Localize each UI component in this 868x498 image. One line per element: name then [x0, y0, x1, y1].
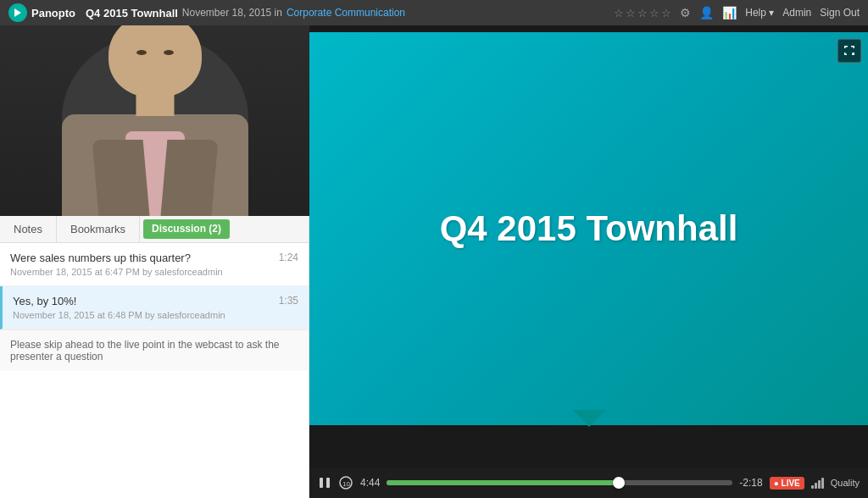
settings-icon[interactable]: ⚙	[680, 6, 691, 19]
fullscreen-button[interactable]	[837, 39, 861, 63]
main-layout: Notes Bookmarks Discussion (2) Were sale…	[0, 25, 868, 498]
left-panel: Notes Bookmarks Discussion (2) Were sale…	[0, 25, 309, 498]
time-remaining: -2:18	[739, 477, 762, 489]
rewind-button[interactable]: 10	[338, 475, 353, 490]
progress-fill	[387, 480, 618, 485]
webcam-video	[0, 25, 309, 216]
fullscreen-icon	[843, 45, 855, 57]
logo-text: Panopto	[31, 7, 75, 19]
svg-rect-2	[326, 478, 330, 488]
discussion-item[interactable]: Yes, by 10%! 1:35 November 18, 2015 at 6…	[0, 286, 309, 329]
discussion-item[interactable]: Were sales numbers up this quarter? 1:24…	[0, 243, 309, 286]
slide-title: Q4 2015 Townhall	[440, 208, 738, 249]
panopto-logo-icon	[8, 3, 27, 22]
rewind-icon: 10	[338, 475, 353, 490]
item-meta: November 18, 2015 at 6:47 PM by salesfor…	[10, 267, 298, 277]
star-2[interactable]: ☆	[626, 7, 636, 19]
help-link[interactable]: Help ▾	[745, 7, 774, 19]
slide-bottom-bar	[309, 425, 868, 468]
current-time: 4:44	[360, 477, 380, 489]
pause-button[interactable]	[318, 476, 331, 490]
item-time: 1:35	[279, 295, 298, 307]
pause-icon	[318, 476, 331, 490]
svg-marker-0	[14, 8, 21, 17]
progress-knob[interactable]	[613, 477, 625, 489]
tab-notes[interactable]: Notes	[0, 216, 57, 242]
star-1[interactable]: ☆	[614, 7, 624, 19]
item-meta: November 18, 2015 at 6:48 PM by salesfor…	[13, 310, 298, 320]
slide-arrow-indicator	[572, 410, 606, 427]
star-4[interactable]: ☆	[649, 7, 659, 19]
top-navigation: Panopto Q4 2015 Townhall November 18, 20…	[0, 0, 868, 25]
discussion-list: Were sales numbers up this quarter? 1:24…	[0, 243, 309, 498]
slide-main: Q4 2015 Townhall	[309, 32, 868, 425]
live-badge: ● LIVE	[770, 477, 804, 490]
video-panel: Q4 2015 Townhall	[309, 25, 868, 498]
slide-top-bar	[309, 25, 868, 32]
item-text: Yes, by 10%!	[13, 295, 272, 307]
volume-button[interactable]	[811, 477, 824, 489]
svg-text:10: 10	[342, 480, 350, 488]
star-rating[interactable]: ☆ ☆ ☆ ☆ ☆	[614, 7, 671, 19]
title-section: Q4 2015 Townhall November 18, 2015 in Co…	[86, 7, 614, 19]
share-icon[interactable]: 📊	[722, 6, 737, 19]
star-5[interactable]: ☆	[661, 7, 671, 19]
admin-link[interactable]: Admin	[782, 7, 811, 19]
signout-link[interactable]: Sign Out	[820, 7, 860, 19]
logo-svg	[12, 7, 24, 19]
title-category[interactable]: Corporate Communication	[287, 7, 405, 19]
person-video	[0, 25, 309, 216]
item-header: Were sales numbers up this quarter? 1:24	[10, 252, 298, 264]
title-date: November 18, 2015 in	[182, 7, 282, 19]
item-header: Yes, by 10%! 1:35	[13, 295, 298, 307]
volume-icon	[811, 477, 824, 489]
tab-bar: Notes Bookmarks Discussion (2)	[0, 216, 309, 243]
tab-discussion[interactable]: Discussion (2)	[143, 219, 230, 239]
video-area: Q4 2015 Townhall	[309, 25, 868, 468]
slide-display: Q4 2015 Townhall	[309, 25, 868, 468]
tab-bookmarks[interactable]: Bookmarks	[57, 216, 140, 242]
star-3[interactable]: ☆	[637, 7, 648, 19]
item-text: Were sales numbers up this quarter?	[10, 252, 272, 264]
progress-bar[interactable]	[387, 480, 732, 485]
logo[interactable]: Panopto	[8, 3, 75, 22]
user-icon[interactable]: 👤	[699, 6, 714, 19]
discussion-notice: Please skip ahead to the live point in t…	[0, 329, 309, 371]
nav-right: ☆ ☆ ☆ ☆ ☆ ⚙ 👤 📊 Help ▾ Admin Sign Out	[614, 6, 860, 19]
item-time: 1:24	[279, 252, 298, 263]
video-title: Q4 2015 Townhall	[86, 7, 178, 19]
quality-button[interactable]: Quality	[831, 478, 860, 488]
video-controls: 10 4:44 -2:18 ● LIVE	[309, 468, 868, 498]
svg-rect-1	[320, 478, 323, 488]
